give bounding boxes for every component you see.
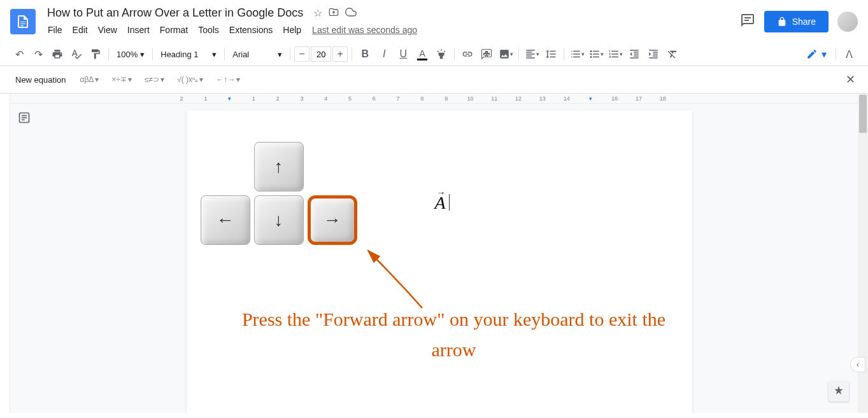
vector-arrow-icon: → [437, 188, 446, 198]
zoom-select[interactable]: 100% ▾ [113, 47, 148, 62]
user-avatar[interactable] [837, 11, 858, 32]
main-toolbar: ↶ ↷ 100% ▾ Heading 1 ▾ Arial ▾ − + B I U… [0, 43, 868, 66]
line-spacing-button[interactable] [542, 45, 560, 63]
text-color-button[interactable]: A [413, 45, 431, 63]
menu-view[interactable]: View [94, 22, 122, 38]
greek-letters-menu[interactable]: αβΔ ▾ [76, 74, 103, 85]
style-select[interactable]: Heading 1 ▾ [157, 47, 220, 62]
relations-menu[interactable]: ≤≠⊃ ▾ [141, 74, 168, 85]
editing-mode-button[interactable]: ▾ [801, 46, 832, 63]
close-equation-bar[interactable]: ✕ [843, 70, 858, 89]
vertical-ruler [0, 94, 10, 413]
explore-button[interactable] [829, 381, 849, 401]
vector-equation: → A [435, 193, 446, 213]
add-comment-button[interactable] [478, 45, 495, 63]
star-icon[interactable]: ☆ [313, 7, 322, 19]
workspace: 21▾1234567891011121314▾161718 ↑ ← ↓ → → … [0, 94, 868, 413]
lock-icon [777, 17, 787, 27]
share-label: Share [792, 17, 816, 27]
checklist-button[interactable]: ▾ [568, 45, 586, 63]
font-size-increase[interactable]: + [332, 46, 348, 62]
italic-button[interactable]: I [375, 45, 393, 63]
up-arrow-key-icon: ↑ [254, 142, 304, 192]
bullet-list-button[interactable]: ▾ [587, 45, 605, 63]
menu-bar: File Edit View Insert Format Tools Exten… [43, 22, 735, 38]
highlight-button[interactable] [432, 45, 450, 63]
right-arrow-key-icon: → [308, 195, 357, 245]
docs-logo[interactable] [10, 9, 36, 34]
menu-tools[interactable]: Tools [194, 22, 224, 38]
font-size-decrease[interactable]: − [294, 46, 309, 62]
menu-insert[interactable]: Insert [123, 22, 154, 38]
paint-format-button[interactable] [87, 45, 104, 63]
move-icon[interactable] [329, 7, 339, 20]
annotation-text: Press the "Forward arrow" on your keyboa… [225, 304, 683, 365]
font-select[interactable]: Arial ▾ [229, 47, 286, 62]
menu-file[interactable]: File [43, 22, 67, 38]
clear-format-button[interactable] [664, 45, 681, 63]
svg-point-1 [590, 53, 592, 55]
side-panel-toggle[interactable]: ‹ [850, 357, 865, 372]
undo-button[interactable]: ↶ [10, 45, 28, 63]
numbered-list-button[interactable]: ▾ [606, 45, 624, 63]
left-arrow-key-icon: ← [201, 195, 250, 245]
menu-extensions[interactable]: Extensions [225, 22, 277, 38]
menu-format[interactable]: Format [155, 22, 192, 38]
document-area[interactable]: 21▾1234567891011121314▾161718 ↑ ← ↓ → → … [10, 94, 868, 413]
svg-point-0 [590, 50, 592, 52]
insert-link-button[interactable] [459, 45, 476, 63]
svg-point-2 [590, 56, 592, 58]
operators-menu[interactable]: ×÷∓ ▾ [108, 74, 136, 85]
collapse-toolbar-button[interactable]: ᐱ [840, 45, 858, 63]
menu-help[interactable]: Help [278, 22, 306, 38]
down-arrow-key-icon: ↓ [254, 195, 304, 245]
arrows-menu[interactable]: ←↑→ ▾ [212, 74, 244, 85]
title-area: How to Put an Arrow Over a Letter in Goo… [43, 5, 735, 38]
redo-button[interactable]: ↷ [29, 45, 47, 63]
insert-image-button[interactable]: ▾ [497, 45, 515, 63]
print-button[interactable] [48, 45, 66, 63]
underline-button[interactable]: U [394, 45, 412, 63]
indent-increase-button[interactable] [644, 45, 662, 63]
document-page[interactable]: ↑ ← ↓ → → A Press the "Forward arrow" on… [187, 110, 692, 413]
last-edit-link[interactable]: Last edit was seconds ago [312, 25, 417, 35]
document-title[interactable]: How to Put an Arrow Over a Letter in Goo… [43, 5, 307, 21]
text-cursor [449, 194, 450, 211]
font-size-input[interactable] [311, 46, 331, 62]
bold-button[interactable]: B [356, 45, 374, 63]
indent-decrease-button[interactable] [625, 45, 643, 63]
align-button[interactable]: ▾ [523, 45, 541, 63]
annotation-arrow-icon [365, 247, 441, 311]
comment-history-icon[interactable] [740, 13, 755, 31]
math-ops-menu[interactable]: √( )xⁿₐ ▾ [173, 74, 207, 85]
horizontal-ruler[interactable]: 21▾1234567891011121314▾161718 [10, 94, 868, 104]
new-equation-button[interactable]: New equation [10, 73, 71, 87]
spellcheck-button[interactable] [68, 45, 85, 63]
menu-edit[interactable]: Edit [68, 22, 92, 38]
share-button[interactable]: Share [764, 11, 829, 32]
header-actions: Share [740, 11, 858, 32]
app-header: How to Put an Arrow Over a Letter in Goo… [0, 0, 868, 38]
equation-toolbar: New equation αβΔ ▾ ×÷∓ ▾ ≤≠⊃ ▾ √( )xⁿₐ ▾… [0, 66, 868, 94]
cloud-status-icon[interactable] [345, 6, 357, 20]
